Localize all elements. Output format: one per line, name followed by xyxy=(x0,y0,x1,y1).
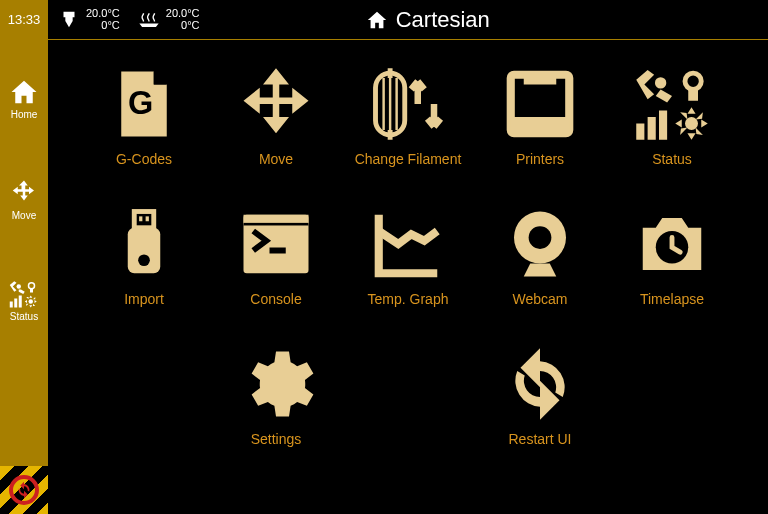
tile-gcodes[interactable]: G G-Codes xyxy=(79,65,209,167)
page-title: Cartesian xyxy=(218,7,638,33)
tile-change-filament[interactable]: Change Filament xyxy=(343,65,473,167)
svg-rect-14 xyxy=(636,124,644,140)
svg-rect-4 xyxy=(14,299,17,308)
status-icon xyxy=(9,279,39,309)
svg-point-12 xyxy=(685,73,701,89)
tile-label: Restart UI xyxy=(508,431,571,447)
status-icon xyxy=(633,65,711,143)
tile-settings[interactable]: Settings xyxy=(211,345,341,447)
topbar: 20.0°C 0°C 20.0°C 0°C Cartesian xyxy=(48,0,768,40)
svg-rect-21 xyxy=(128,228,161,274)
svg-point-11 xyxy=(655,77,666,88)
sidebar-item-status[interactable]: Status xyxy=(0,279,48,322)
bed-target: 20.0°C xyxy=(166,8,200,20)
gear-icon xyxy=(237,345,315,423)
sidebar-nav: Home Move Status xyxy=(0,77,48,322)
tile-label: Status xyxy=(652,151,692,167)
tile-import[interactable]: Import xyxy=(79,205,209,307)
tile-label: Settings xyxy=(251,431,302,447)
sidebar-item-label: Home xyxy=(11,109,38,120)
tile-label: Change Filament xyxy=(355,151,462,167)
tile-label: Move xyxy=(259,151,293,167)
svg-rect-16 xyxy=(659,111,667,140)
graph-icon xyxy=(369,205,447,283)
clock: 13:33 xyxy=(8,12,41,27)
tile-label: Temp. Graph xyxy=(368,291,449,307)
svg-rect-15 xyxy=(648,117,656,140)
svg-point-22 xyxy=(138,254,150,266)
usb-icon xyxy=(105,205,183,283)
camera-clock-icon xyxy=(633,205,711,283)
console-icon xyxy=(237,205,315,283)
tile-timelapse[interactable]: Timelapse xyxy=(607,205,737,307)
webcam-icon xyxy=(501,205,579,283)
tile-label: Timelapse xyxy=(640,291,704,307)
svg-rect-3 xyxy=(10,302,13,308)
filament-icon xyxy=(369,65,447,143)
tile-printers[interactable]: Printers xyxy=(475,65,605,167)
svg-rect-18 xyxy=(134,212,154,228)
svg-point-1 xyxy=(29,283,35,289)
file-g-icon: G xyxy=(105,65,183,143)
sidebar-item-home[interactable]: Home xyxy=(0,77,48,120)
svg-rect-20 xyxy=(146,216,149,221)
emergency-stop-button[interactable] xyxy=(0,466,48,514)
tile-label: Import xyxy=(124,291,164,307)
svg-point-0 xyxy=(17,284,22,289)
move-icon xyxy=(237,65,315,143)
svg-rect-2 xyxy=(30,289,33,293)
hotend-temp[interactable]: 20.0°C 0°C xyxy=(58,8,120,31)
tile-temp-graph[interactable]: Temp. Graph xyxy=(343,205,473,307)
sidebar-item-label: Status xyxy=(10,311,38,322)
home-icon xyxy=(366,9,388,31)
nozzle-icon xyxy=(58,9,80,31)
bed-current: 0°C xyxy=(166,20,200,32)
svg-rect-19 xyxy=(139,216,142,221)
svg-text:G: G xyxy=(128,85,153,121)
sidebar: 13:33 Home Move Status xyxy=(0,0,48,514)
page-title-text: Cartesian xyxy=(396,7,490,33)
bed-temp-values: 20.0°C 0°C xyxy=(166,8,200,31)
hotend-temp-values: 20.0°C 0°C xyxy=(86,8,120,31)
main-grid: G G-Codes Move Change Filament Printers … xyxy=(48,45,768,514)
svg-rect-13 xyxy=(688,89,698,100)
heatbed-icon xyxy=(138,9,160,31)
tile-console[interactable]: Console xyxy=(211,205,341,307)
tile-label: Webcam xyxy=(513,291,568,307)
printer-icon xyxy=(501,65,579,143)
restart-icon xyxy=(501,345,579,423)
tile-label: G-Codes xyxy=(116,151,172,167)
emergency-stop-ring xyxy=(9,475,39,505)
tile-label: Printers xyxy=(516,151,564,167)
refresh-icon xyxy=(15,481,33,499)
move-icon xyxy=(9,178,39,208)
svg-rect-25 xyxy=(244,223,309,226)
bed-temp[interactable]: 20.0°C 0°C xyxy=(138,8,200,31)
tile-label: Console xyxy=(250,291,301,307)
tile-move[interactable]: Move xyxy=(211,65,341,167)
sidebar-item-label: Move xyxy=(12,210,36,221)
home-icon xyxy=(9,77,39,107)
sidebar-item-move[interactable]: Move xyxy=(0,178,48,221)
tile-restart-ui[interactable]: Restart UI xyxy=(475,345,605,447)
tile-webcam[interactable]: Webcam xyxy=(475,205,605,307)
svg-point-6 xyxy=(29,299,34,304)
hotend-current: 0°C xyxy=(86,20,120,32)
tile-status[interactable]: Status xyxy=(607,65,737,167)
svg-rect-10 xyxy=(524,75,557,85)
svg-rect-9 xyxy=(511,117,570,133)
svg-rect-5 xyxy=(19,296,22,308)
hotend-target: 20.0°C xyxy=(86,8,120,20)
svg-point-27 xyxy=(529,226,552,249)
